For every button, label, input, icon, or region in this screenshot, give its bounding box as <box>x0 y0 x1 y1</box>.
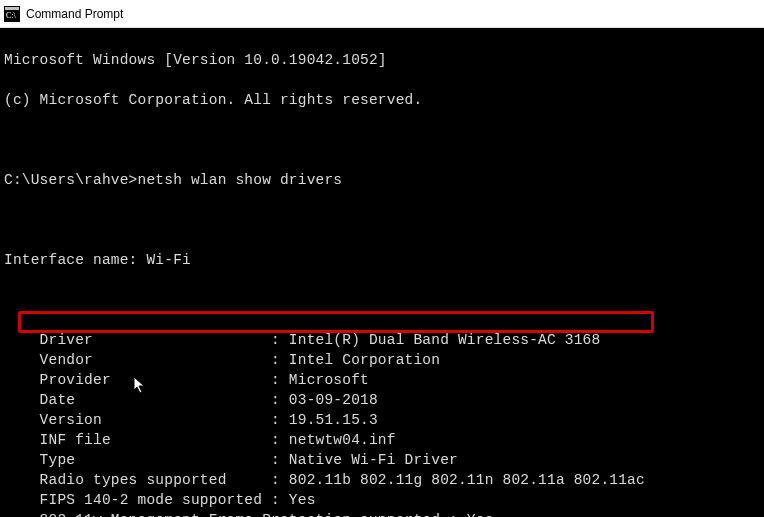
property-row: INF file : netwtw04.inf <box>4 430 760 450</box>
property-row: FIPS 140-2 mode supported : Yes <box>4 490 760 510</box>
svg-rect-1 <box>5 7 19 10</box>
property-row: Vendor : Intel Corporation <box>4 350 760 370</box>
property-row: 802.11w Management Frame Protection supp… <box>4 510 760 517</box>
property-row: Driver : Intel(R) Dual Band Wireless-AC … <box>4 330 760 350</box>
header-line-1: Microsoft Windows [Version 10.0.19042.10… <box>4 50 760 70</box>
blank-line <box>4 130 760 150</box>
window-title: Command Prompt <box>26 7 123 21</box>
blank-line <box>4 210 760 230</box>
cmd-icon: C:\ <box>4 6 20 22</box>
blank-line <box>4 290 760 310</box>
property-row: Type : Native Wi-Fi Driver <box>4 450 760 470</box>
property-row: Version : 19.51.15.3 <box>4 410 760 430</box>
property-row: Provider : Microsoft <box>4 370 760 390</box>
property-row: Date : 03-09-2018 <box>4 390 760 410</box>
svg-text:C:\: C:\ <box>6 11 17 20</box>
prompt-line: C:\Users\rahve>netsh wlan show drivers <box>4 170 760 190</box>
window-titlebar[interactable]: C:\ Command Prompt <box>0 0 764 28</box>
terminal-output[interactable]: Microsoft Windows [Version 10.0.19042.10… <box>0 28 764 517</box>
property-row: Radio types supported : 802.11b 802.11g … <box>4 470 760 490</box>
prompt-command: netsh wlan show drivers <box>138 172 343 188</box>
interface-line: Interface name: Wi-Fi <box>4 250 760 270</box>
prompt-path: C:\Users\rahve> <box>4 172 138 188</box>
header-line-2: (c) Microsoft Corporation. All rights re… <box>4 90 760 110</box>
